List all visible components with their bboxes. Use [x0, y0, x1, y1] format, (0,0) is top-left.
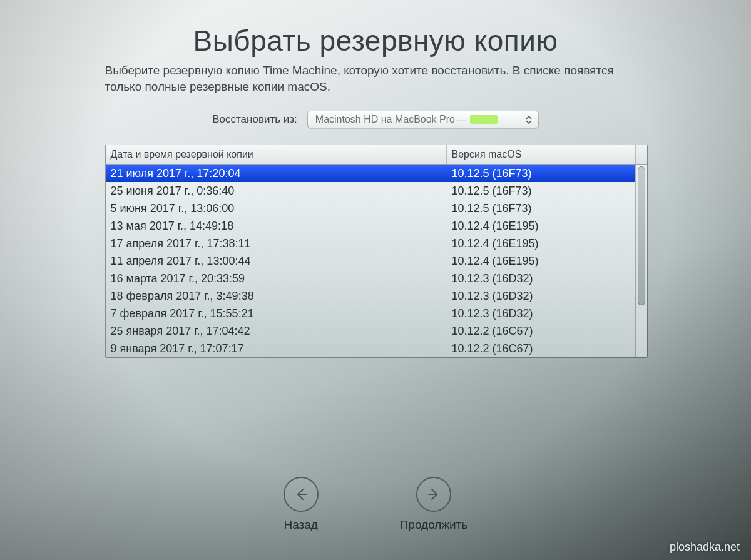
scrollbar-thumb[interactable]: [638, 166, 645, 305]
table-row[interactable]: 13 мая 2017 г., 14:49:1810.12.4 (16E195): [106, 217, 635, 235]
cell-version: 10.12.3 (16D32): [447, 305, 635, 322]
restore-source-row: Восстановить из: Macintosh HD на MacBook…: [105, 111, 646, 128]
arrow-left-icon: [284, 477, 319, 512]
scrollbar[interactable]: [635, 165, 647, 357]
cell-date: 25 июня 2017 г., 0:36:40: [106, 182, 447, 200]
column-header-version[interactable]: Версия macOS: [447, 145, 635, 164]
backup-table: Дата и время резервной копии Версия macO…: [105, 145, 648, 358]
cell-version: 10.12.2 (16C67): [447, 322, 635, 340]
restore-source-label: Восстановить из:: [212, 113, 297, 126]
restore-source-dash: —: [457, 114, 467, 125]
restore-source-value: Macintosh HD на MacBook Pro: [315, 114, 455, 125]
table-rows: 21 июля 2017 г., 17:20:0410.12.5 (16F73)…: [106, 165, 635, 357]
table-row[interactable]: 25 июня 2017 г., 0:36:4010.12.5 (16F73): [106, 182, 635, 200]
cell-version: 10.12.2 (16C67): [447, 340, 635, 357]
table-row[interactable]: 25 января 2017 г., 17:04:4210.12.2 (16C6…: [106, 322, 635, 340]
cell-version: 10.12.5 (16F73): [447, 182, 635, 200]
restore-source-dropdown[interactable]: Macintosh HD на MacBook Pro —: [307, 111, 539, 128]
table-row[interactable]: 11 апреля 2017 г., 13:00:4410.12.4 (16E1…: [106, 252, 635, 270]
cell-date: 9 января 2017 г., 17:07:17: [106, 340, 447, 357]
cell-date: 17 апреля 2017 г., 17:38:11: [106, 235, 447, 252]
continue-button[interactable]: Продолжить: [400, 477, 468, 532]
cell-date: 16 марта 2017 г., 20:33:59: [106, 270, 447, 287]
cell-date: 5 июня 2017 г., 13:06:00: [106, 200, 447, 217]
table-row[interactable]: 21 июля 2017 г., 17:20:0410.12.5 (16F73): [106, 165, 635, 182]
cell-date: 13 мая 2017 г., 14:49:18: [106, 217, 447, 235]
cell-version: 10.12.5 (16F73): [447, 165, 635, 182]
cell-version: 10.12.4 (16E195): [447, 235, 635, 252]
table-row[interactable]: 9 января 2017 г., 17:07:1710.12.2 (16C67…: [106, 340, 635, 357]
cell-version: 10.12.4 (16E195): [447, 217, 635, 235]
table-row[interactable]: 5 июня 2017 г., 13:06:0010.12.5 (16F73): [106, 200, 635, 217]
cell-version: 10.12.4 (16E195): [447, 252, 635, 270]
table-row[interactable]: 17 апреля 2017 г., 17:38:1110.12.4 (16E1…: [106, 235, 635, 252]
cell-date: 11 апреля 2017 г., 13:00:44: [106, 252, 447, 270]
cell-version: 10.12.3 (16D32): [447, 287, 635, 305]
watermark: ploshadka.net: [670, 541, 740, 554]
table-row[interactable]: 7 февраля 2017 г., 15:55:2110.12.3 (16D3…: [106, 305, 635, 322]
arrow-right-icon: [416, 477, 451, 512]
table-row[interactable]: 16 марта 2017 г., 20:33:5910.12.3 (16D32…: [106, 270, 635, 287]
column-header-date[interactable]: Дата и время резервной копии: [106, 145, 447, 164]
cell-version: 10.12.5 (16F73): [447, 200, 635, 217]
table-row[interactable]: 18 февраля 2017 г., 3:49:3810.12.3 (16D3…: [106, 287, 635, 305]
back-label: Назад: [284, 518, 317, 532]
cell-date: 7 февраля 2017 г., 15:55:21: [106, 305, 447, 322]
chevron-up-down-icon: [526, 114, 534, 125]
table-header: Дата и время резервной копии Версия macO…: [106, 145, 647, 165]
cell-date: 25 января 2017 г., 17:04:42: [106, 322, 447, 340]
page-title: Выбрать резервную копию: [105, 24, 646, 58]
back-button[interactable]: Назад: [284, 477, 319, 532]
scrollbar-gutter-header: [635, 145, 647, 164]
page-subtitle: Выберите резервную копию Time Machine, к…: [105, 63, 646, 94]
continue-label: Продолжить: [400, 518, 468, 532]
restore-source-redacted: [470, 115, 498, 124]
cell-date: 18 февраля 2017 г., 3:49:38: [106, 287, 447, 305]
cell-date: 21 июля 2017 г., 17:20:04: [106, 165, 447, 182]
cell-version: 10.12.3 (16D32): [447, 270, 635, 287]
